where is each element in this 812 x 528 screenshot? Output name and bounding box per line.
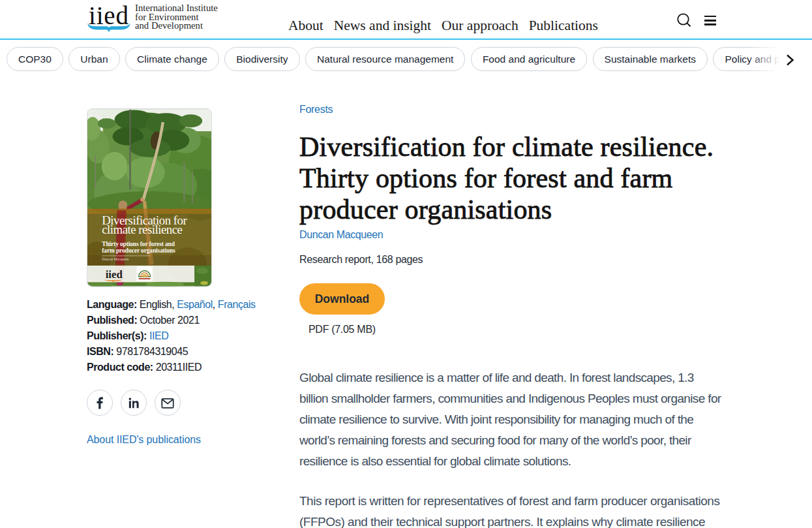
- svg-text:climate resilience: climate resilience: [102, 223, 182, 236]
- svg-text:farm producer organisations: farm producer organisations: [102, 247, 175, 254]
- svg-text:iied: iied: [106, 268, 123, 281]
- svg-text:Thirty options for forest and: Thirty options for forest and: [102, 241, 175, 247]
- svg-text:Duncan Macqueen: Duncan Macqueen: [102, 257, 128, 261]
